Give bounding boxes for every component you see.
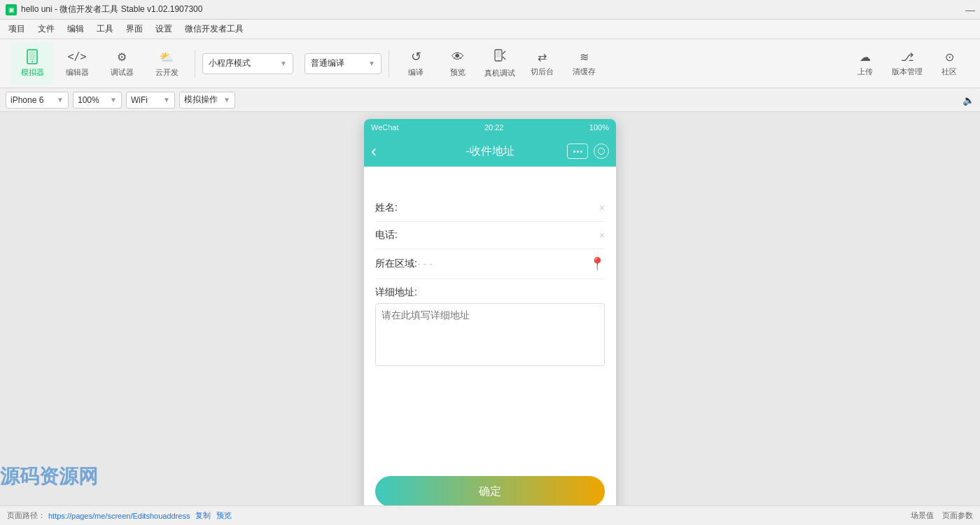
main-area: WeChat 20:22 100% ‹ -收件地址 <box>0 112 980 505</box>
name-clear-button[interactable]: × <box>599 202 605 214</box>
menu-item-project[interactable]: 项目 <box>3 21 31 37</box>
compile-dropdown[interactable]: 普通编译 ▼ <box>304 53 382 74</box>
nav-more-button[interactable] <box>567 144 588 159</box>
confirm-label: 确定 <box>479 484 501 499</box>
svg-point-2 <box>31 61 33 62</box>
toolbar-preview-button[interactable]: 👁 预览 <box>438 44 477 83</box>
device-bar: iPhone 6 ▼ 100% ▼ WiFi ▼ 模拟操作 ▼ 🔈 <box>0 88 980 112</box>
realdevice-label: 真机调试 <box>484 68 515 78</box>
toolbar-realdevice-button[interactable]: 真机调试 <box>480 44 519 83</box>
mode-dropdown-label: 小程序模式 <box>209 57 251 69</box>
menu-item-file[interactable]: 文件 <box>32 21 60 37</box>
status-time: 20:22 <box>484 123 504 132</box>
toolbar-cloud-button[interactable]: ⛅ 云开发 <box>146 43 188 85</box>
phone-label: 电话: <box>375 229 417 241</box>
zoom-select[interactable]: 100% ▼ <box>73 92 122 108</box>
toolbar-simulator-button[interactable]: 模拟器 <box>11 43 53 85</box>
backend-label: 切后台 <box>531 66 554 77</box>
toolbar-compile-button[interactable]: ↺ 编译 <box>396 44 435 83</box>
mode-dropdown[interactable]: 小程序模式 ▼ <box>202 53 293 74</box>
bottom-bar: 页面路径： https://pages/me/screen/Editshouad… <box>0 505 980 525</box>
status-left: WeChat <box>371 123 399 132</box>
top-spacer <box>364 167 616 181</box>
editor-icon: </> <box>67 49 87 64</box>
toolbar-debugger-button[interactable]: ⚙ 调试器 <box>101 43 143 85</box>
device-name: iPhone 6 <box>10 95 43 105</box>
menu-item-settings[interactable]: 设置 <box>150 21 178 37</box>
toolbar-version-button[interactable]: ⎇ 版本管理 <box>888 44 927 83</box>
cloud-label: 云开发 <box>155 67 178 78</box>
dot-2 <box>577 150 579 153</box>
upload-icon: ☁ <box>860 50 871 64</box>
phone-frame: WeChat 20:22 100% ‹ -收件地址 <box>364 119 616 505</box>
copy-button[interactable]: 复制 <box>195 510 211 521</box>
preview-label: 预览 <box>450 67 465 78</box>
status-right: 100% <box>589 123 609 132</box>
simulator-icon <box>22 49 42 64</box>
toolbar-editor-button[interactable]: </> 编辑器 <box>56 43 98 85</box>
cloud-icon: ⛅ <box>157 49 176 64</box>
editor-label: 编辑器 <box>66 67 89 78</box>
nav-camera-button[interactable] <box>594 144 609 159</box>
compile-dropdown-label: 普通编译 <box>311 57 344 69</box>
nav-title: -收件地址 <box>465 144 514 159</box>
dot-1 <box>573 150 575 153</box>
network-arrow: ▼ <box>163 96 170 104</box>
name-label: 姓名: <box>375 202 417 214</box>
toolbar-community-button[interactable]: ⊙ 社区 <box>930 44 969 83</box>
menu-item-interface[interactable]: 界面 <box>120 21 148 37</box>
community-icon: ⊙ <box>945 50 954 64</box>
bottom-bar-right: 场景值 页面参数 <box>911 510 973 521</box>
confirm-button[interactable]: 确定 <box>375 476 605 505</box>
svg-line-6 <box>503 57 505 59</box>
minimize-button[interactable]: — <box>966 6 974 14</box>
content-spacer <box>364 368 616 382</box>
address-section: 详细地址: <box>364 279 616 368</box>
compile-dropdown-arrow: ▼ <box>368 59 375 67</box>
toolbar-upload-button[interactable]: ☁ 上传 <box>846 44 885 83</box>
zoom-value: 100% <box>78 95 99 105</box>
realdevice-icon <box>493 49 506 65</box>
network-value: WiFi <box>131 95 148 105</box>
bottombar-preview-button[interactable]: 预览 <box>216 510 232 521</box>
nav-right-icons <box>567 144 609 159</box>
clearcache-label: 清缓存 <box>573 66 596 77</box>
compile-label: 编译 <box>408 67 424 78</box>
network-select[interactable]: WiFi ▼ <box>126 92 175 108</box>
location-icon: 📍 <box>589 256 605 272</box>
sound-icon[interactable]: 🔈 <box>962 94 974 106</box>
clearcache-icon: ≋ <box>580 50 589 64</box>
window-controls: — <box>966 6 974 14</box>
menu-bar: 项目 文件 编辑 工具 界面 设置 微信开发者工具 <box>0 20 980 39</box>
phone-row: 电话: × <box>375 222 605 249</box>
device-select[interactable]: iPhone 6 ▼ <box>6 92 69 108</box>
nav-back-button[interactable]: ‹ <box>371 141 377 161</box>
debugger-icon: ⚙ <box>112 49 132 64</box>
menu-item-edit[interactable]: 编辑 <box>62 21 90 37</box>
version-label: 版本管理 <box>892 66 923 77</box>
region-row[interactable]: 所在区域: - - - 📍 <box>375 249 605 279</box>
toolbar-backend-button[interactable]: ⇄ 切后台 <box>522 44 561 83</box>
region-value: - - - <box>417 258 589 270</box>
app-icon: ▣ <box>6 4 17 15</box>
menu-item-tools[interactable]: 工具 <box>91 21 119 37</box>
toolbar-clearcache-button[interactable]: ≋ 清缓存 <box>564 44 603 83</box>
operation-select[interactable]: 模拟操作 ▼ <box>179 92 235 108</box>
title-bar: ▣ hello uni - 微信开发者工具 Stable v1.02.19073… <box>0 0 980 20</box>
mode-dropdown-arrow: ▼ <box>280 59 287 67</box>
zoom-arrow: ▼ <box>110 96 117 104</box>
menu-item-wechat-tools[interactable]: 微信开发者工具 <box>179 21 249 37</box>
operation-arrow: ▼ <box>223 96 230 104</box>
phone-bottom: 确定 <box>364 465 616 505</box>
page-path[interactable]: https://pages/me/screen/Editshouaddress <box>48 512 190 520</box>
address-textarea[interactable] <box>375 303 605 366</box>
upload-label: 上传 <box>858 66 873 77</box>
scene-value-button[interactable]: 场景值 <box>911 510 934 521</box>
page-label: 页面路径： <box>7 510 46 521</box>
compile-icon: ↺ <box>411 49 421 64</box>
address-label: 详细地址: <box>375 286 605 299</box>
page-params-button[interactable]: 页面参数 <box>942 510 973 521</box>
toolbar-right: ☁ 上传 ⎇ 版本管理 ⊙ 社区 <box>846 44 969 83</box>
phone-clear-button[interactable]: × <box>599 230 605 241</box>
svg-line-5 <box>503 51 505 54</box>
